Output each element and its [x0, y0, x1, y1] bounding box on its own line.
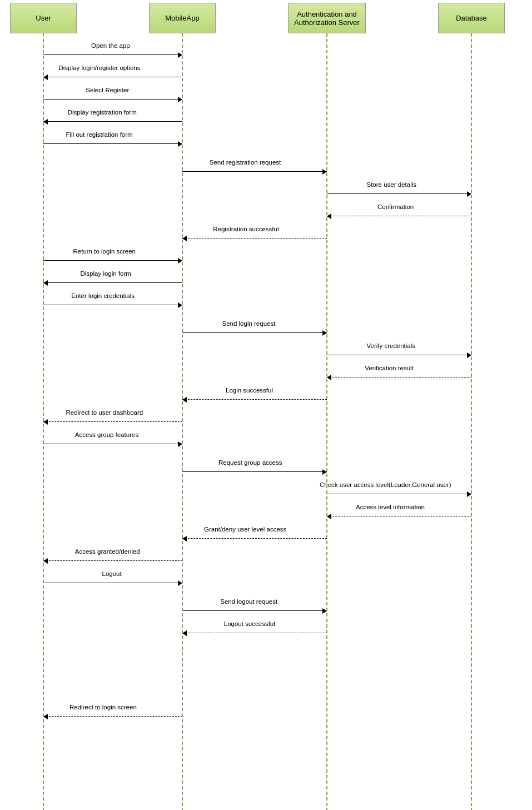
- message-label-13: Verify credentials: [367, 342, 416, 349]
- message-label-14: Verification result: [365, 365, 414, 371]
- message-label-12: Send login request: [222, 320, 276, 327]
- message-label-1: Display login/register options: [59, 64, 141, 71]
- message-label-8: Registration successful: [213, 226, 279, 232]
- actor-mobileapp: MobileApp: [149, 3, 216, 33]
- message-label-7: Confirmation: [377, 203, 414, 210]
- message-5: [182, 167, 327, 178]
- message-label-6: Store user details: [367, 181, 417, 188]
- actor-user: User: [10, 3, 77, 33]
- message-24: [182, 606, 327, 617]
- message-label-16: Redirect to user dashboard: [66, 409, 143, 416]
- message-10: [43, 278, 182, 289]
- message-2: [43, 95, 182, 106]
- actor-auth: Authentication andAuthorization Server: [288, 3, 366, 33]
- actor-database: Database: [438, 3, 505, 33]
- message-label-17: Access group features: [75, 431, 138, 438]
- lifeline-mobileapp: [182, 33, 183, 810]
- lifeline-auth: [326, 33, 327, 810]
- message-label-22: Access granted/denied: [75, 548, 140, 555]
- message-15: [182, 395, 327, 406]
- message-19: [327, 489, 471, 500]
- message-25: [182, 628, 327, 639]
- message-label-26: Redirect to login screen: [69, 704, 137, 710]
- message-20: [327, 511, 471, 523]
- message-11: [43, 300, 182, 311]
- message-label-2: Select Register: [86, 87, 129, 93]
- message-label-9: Return to login screen: [73, 248, 136, 255]
- message-23: [43, 578, 182, 589]
- message-26: [43, 712, 182, 723]
- message-18: [182, 467, 327, 478]
- message-label-24: Send logout request: [220, 598, 277, 605]
- message-label-3: Display registration form: [68, 109, 137, 116]
- lifeline-user: [43, 33, 44, 810]
- message-label-10: Display login form: [81, 270, 131, 277]
- message-13: [327, 350, 471, 361]
- message-label-20: Access level information: [356, 504, 425, 510]
- message-6: [327, 189, 471, 200]
- message-4: [43, 139, 182, 150]
- message-1: [43, 72, 182, 83]
- message-9: [43, 256, 182, 267]
- message-3: [43, 117, 182, 128]
- message-label-4: Fill out registration form: [66, 131, 133, 138]
- message-8: [182, 233, 327, 245]
- message-12: [182, 328, 327, 339]
- message-label-15: Login successful: [226, 387, 273, 394]
- message-14: [327, 372, 471, 384]
- message-label-5: Send registration request: [210, 159, 281, 166]
- lifeline-database: [471, 33, 472, 810]
- message-label-11: Enter login credentials: [71, 292, 135, 299]
- sequence-diagram: UserMobileAppAuthentication andAuthoriza…: [0, 0, 532, 810]
- message-label-0: Open the app: [91, 42, 130, 49]
- message-label-19: Check user access level(Leader,General u…: [320, 481, 451, 488]
- message-label-21: Grant/deny user level access: [204, 526, 286, 533]
- message-21: [182, 534, 327, 545]
- message-label-25: Logout successful: [224, 620, 275, 627]
- message-label-18: Request group access: [218, 459, 282, 466]
- message-22: [43, 556, 182, 567]
- message-0: [43, 50, 182, 61]
- message-16: [43, 417, 182, 428]
- message-7: [327, 211, 471, 222]
- message-17: [43, 439, 182, 450]
- message-label-23: Logout: [102, 570, 122, 577]
